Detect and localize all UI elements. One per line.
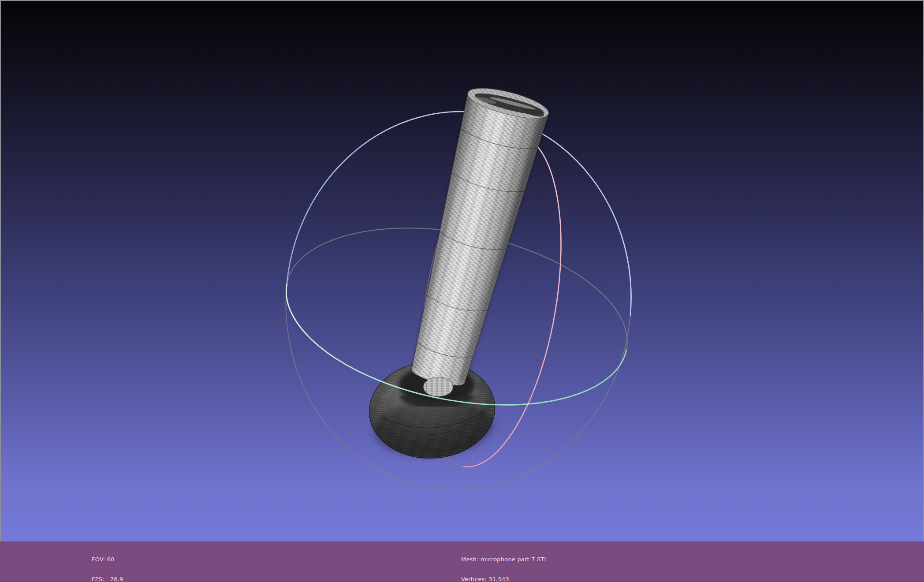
scene-canvas[interactable] xyxy=(1,1,923,541)
mesh-name-readout: Mesh: microphone part 7.STL xyxy=(461,556,548,563)
status-bar: FOV: 60 FPS: 76.9 BO_RENDERING Mesh: mic… xyxy=(0,541,924,582)
mesh-inner-wall-hatch xyxy=(423,377,453,397)
fps-readout: FPS: 76.9 xyxy=(92,576,138,582)
mesh-stats: Mesh: microphone part 7.STL Vertices: 31… xyxy=(461,543,548,582)
vertices-readout: Vertices: 31,543 xyxy=(461,576,548,582)
viewport-3d[interactable] xyxy=(0,0,924,541)
fov-readout: FOV: 60 xyxy=(92,556,138,563)
mesh-object[interactable] xyxy=(366,82,551,463)
meshlab-window: { "colors": { "bar_bg": "#7b4a7e", "stat… xyxy=(0,0,924,582)
mesh-cylinder xyxy=(396,82,551,393)
render-stats: FOV: 60 FPS: 76.9 BO_RENDERING xyxy=(92,543,138,582)
